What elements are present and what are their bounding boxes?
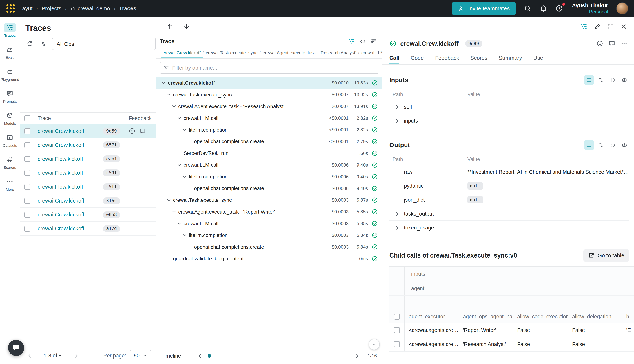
trace-tree-row[interactable]: litellm.completion$0.00069.40s [156, 171, 382, 182]
column-header[interactable]: b [622, 310, 634, 323]
trace-column-header[interactable]: Trace [35, 112, 125, 124]
trace-tree-row[interactable]: litellm.completion<$0.00012.82s [156, 124, 382, 136]
list-view-button[interactable] [584, 140, 594, 150]
collapse-chevron-icon[interactable] [176, 220, 182, 226]
timeline-next-icon[interactable] [354, 352, 361, 359]
wandb-logo[interactable] [6, 4, 16, 14]
trace-list-row[interactable]: crewai.Flow.kickoffeab1 [20, 152, 156, 166]
expand-chevron-icon[interactable] [394, 103, 401, 111]
sidebar-item-more[interactable]: More [0, 175, 20, 194]
refresh-button[interactable] [25, 39, 35, 49]
user-block[interactable]: Ayush Thakur Personal [572, 2, 608, 15]
list-view-button[interactable] [584, 75, 594, 85]
notifications-bell-icon[interactable] [539, 4, 547, 12]
expand-all-button[interactable] [596, 140, 606, 150]
flame-view-icon[interactable] [370, 38, 377, 44]
breadcrumb-project-link[interactable]: crewai_demo [78, 5, 110, 12]
trace-list-row[interactable]: crewai.Crew.kickoffe058 [20, 208, 156, 222]
trace-path-tab[interactable]: crewai.Crew.kickoff [161, 47, 202, 58]
hide-values-button[interactable] [619, 140, 629, 150]
op-filter-input[interactable] [172, 65, 375, 71]
help-icon[interactable]: ? [555, 4, 563, 12]
expand-chevron-icon[interactable] [394, 224, 401, 232]
trace-list-row[interactable]: crewai.Crew.kickoff316c [20, 194, 156, 208]
trace-list-row[interactable]: crewai.Crew.kickoff657f [20, 138, 156, 152]
edit-icon[interactable] [594, 23, 601, 30]
invite-teammates-button[interactable]: Invite teammates [452, 2, 516, 15]
collapse-chevron-icon[interactable] [161, 80, 167, 86]
expand-chevron-icon[interactable] [394, 117, 401, 125]
feedback-column-header[interactable]: Feedback [125, 112, 156, 124]
split-view-icon[interactable] [580, 23, 587, 30]
collapse-chevron-icon[interactable] [176, 115, 182, 121]
trace-tree-row[interactable]: openai.chat.completions.create$0.00035.8… [156, 241, 382, 253]
sidebar-item-evals[interactable]: Evals [0, 43, 20, 62]
trace-tree-row[interactable]: crewai.Agent.execute_task - 'Research An… [156, 100, 382, 112]
row-checkbox[interactable] [25, 198, 31, 204]
tab-feedback[interactable]: Feedback [435, 55, 459, 64]
chat-widget-button[interactable] [8, 340, 24, 356]
trace-link[interactable]: crewai.Flow.kickoff [38, 184, 83, 190]
call-id-badge[interactable]: 9d89 [465, 40, 482, 47]
close-icon[interactable] [620, 23, 627, 30]
trace-link[interactable]: crewai.Crew.kickoff [38, 226, 84, 232]
trace-tree-row[interactable]: crewai.Task.execute_sync$0.00035.87s [156, 194, 382, 206]
row-checkbox[interactable] [25, 226, 31, 232]
go-to-table-button[interactable]: Go to table [583, 250, 629, 262]
collapse-chevron-icon[interactable] [166, 92, 172, 98]
sidebar-item-playground[interactable]: Playground [0, 65, 20, 84]
expand-all-button[interactable] [596, 75, 606, 85]
breadcrumb-project[interactable]: crewai_demo [70, 5, 110, 12]
tab-scores[interactable]: Scores [470, 55, 487, 64]
row-checkbox[interactable] [25, 128, 31, 134]
emoji-feedback-icon[interactable] [596, 40, 603, 47]
trace-link[interactable]: crewai.Crew.kickoff [38, 142, 84, 148]
code-view-button[interactable] [608, 75, 617, 85]
filter-settings-button[interactable] [38, 39, 49, 49]
column-header[interactable]: agent_executor [405, 310, 459, 323]
sidebar-item-models[interactable]: Models [0, 109, 20, 128]
fullscreen-icon[interactable] [607, 23, 614, 30]
trace-link[interactable]: crewai.Crew.kickoff [38, 212, 84, 218]
row-checkbox[interactable] [25, 212, 31, 218]
timeline-slider-handle[interactable] [208, 354, 211, 358]
previous-call-button[interactable] [165, 21, 175, 32]
trace-list-row[interactable]: crewai.Crew.kickoffa17d [20, 222, 156, 236]
trace-tree-row[interactable]: crewai.Crew.kickoff$0.001019.83s [156, 77, 382, 89]
row-checkbox[interactable] [25, 170, 31, 176]
sidebar-item-scorers[interactable]: Scorers [0, 153, 20, 172]
comment-feedback-icon[interactable] [139, 128, 146, 134]
trace-path-tab[interactable]: crewai.LLM.cal [359, 47, 382, 58]
trace-link[interactable]: crewai.Crew.kickoff [38, 128, 84, 134]
code-view-button[interactable] [608, 140, 617, 150]
row-checkbox[interactable] [25, 156, 31, 162]
collapse-chevron-icon[interactable] [182, 232, 188, 238]
breadcrumb-entity[interactable]: ayut [22, 5, 33, 12]
trace-tree-row[interactable]: crewai.LLM.call$0.00035.85s [156, 218, 382, 230]
trace-tree-row[interactable]: crewai.Task.execute_sync$0.000713.92s [156, 89, 382, 100]
trace-tree-row[interactable]: openai.chat.completions.create<$0.00012.… [156, 136, 382, 147]
row-checkbox[interactable] [25, 184, 31, 190]
tab-call[interactable]: Call [390, 55, 400, 64]
trace-link[interactable]: crewai.Crew.kickoff [38, 198, 84, 204]
scroll-to-top-button[interactable] [369, 339, 380, 350]
trace-list-row[interactable]: crewai.Flow.kickoffc5ff [20, 180, 156, 194]
timeline-prev-icon[interactable] [196, 352, 203, 359]
collapse-chevron-icon[interactable] [171, 103, 177, 110]
emoji-feedback-icon[interactable] [129, 128, 135, 134]
trace-tree-row[interactable]: guardrail-validate_blog_content0ms [156, 253, 382, 265]
collapse-chevron-icon[interactable] [171, 209, 177, 215]
sidebar-item-prompts[interactable]: Prompts [0, 87, 20, 106]
breadcrumb-projects[interactable]: Projects [42, 5, 61, 12]
expand-chevron-icon[interactable] [394, 210, 401, 218]
select-all-checkbox[interactable] [25, 115, 31, 121]
code-view-icon[interactable] [360, 38, 366, 44]
trace-list-row[interactable]: crewai.Flow.kickoffc59f [20, 166, 156, 180]
child-call-row[interactable]: <crewai.agents.cre…'Research Analyst'Fal… [390, 338, 634, 352]
tree-view-icon[interactable] [349, 38, 355, 44]
collapse-chevron-icon[interactable] [176, 162, 182, 168]
child-call-row[interactable]: <crewai.agents.cre…'Report Writer'FalseF… [390, 323, 634, 338]
next-page-icon[interactable] [73, 352, 80, 360]
prev-page-icon[interactable] [26, 352, 33, 360]
comment-feedback-icon[interactable] [608, 40, 615, 47]
